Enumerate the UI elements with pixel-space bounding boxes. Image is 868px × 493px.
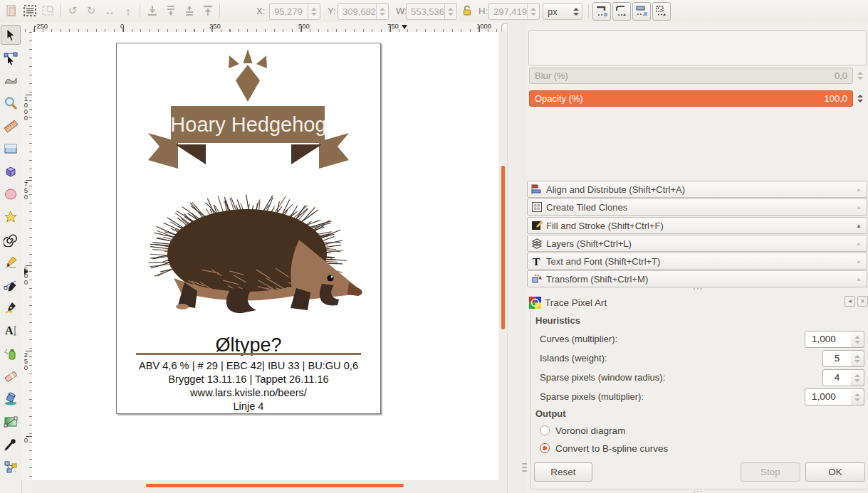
tool-spiral[interactable]: [1, 230, 21, 250]
tool-selector[interactable]: [1, 25, 21, 45]
tool-spray[interactable]: [1, 344, 21, 364]
raise-one-step-button[interactable]: [181, 2, 198, 19]
islands-weight-spin[interactable]: [851, 350, 864, 367]
opacity-slider[interactable]: Opacity (%) 100,0: [529, 90, 853, 107]
tool-star[interactable]: [1, 207, 21, 227]
website-text[interactable]: www.lars.kvisle.no/beers/: [117, 386, 380, 400]
h-spin-buttons[interactable]: [527, 4, 539, 19]
sparse-multiplier-input[interactable]: 1,000: [805, 388, 852, 405]
tool-zoom[interactable]: [1, 93, 21, 113]
tool-bezier-pen[interactable]: [1, 275, 21, 295]
beer-label-artwork[interactable]: [117, 43, 380, 413]
tool-rectangle[interactable]: [1, 139, 21, 159]
bspline-radio[interactable]: [540, 443, 550, 453]
blur-spin-buttons[interactable]: [855, 68, 865, 84]
vertical-ruler[interactable]: 1000 750 500 250 0: [21, 32, 33, 480]
panel-tab-align-distribute[interactable]: Align and Distribute (Shift+Ctrl+A): [527, 181, 867, 198]
blur-slider[interactable]: Blur (%) 0,0: [529, 68, 853, 84]
h-ruler-tick-label: 250: [209, 22, 221, 30]
sparse-multiplier-spin[interactable]: [851, 388, 864, 405]
tool-3d-box[interactable]: [1, 161, 21, 181]
hedgehog-illustration[interactable]: [149, 194, 362, 313]
lower-to-bottom-button[interactable]: [144, 2, 161, 19]
curves-multiplier-spin[interactable]: [851, 331, 864, 348]
document-page[interactable]: Hoary Hedgehog Øltype? ABV 4,6 % | # 29 …: [116, 43, 381, 414]
lock-ratio-button[interactable]: [460, 2, 474, 19]
stop-button[interactable]: Stop: [741, 462, 800, 482]
horizontal-scrollbar[interactable]: [32, 480, 507, 493]
panel-tab-transform[interactable]: Transform (Shift+Ctrl+M): [527, 270, 867, 287]
label-title-text[interactable]: Hoary Hedgehog: [117, 106, 380, 143]
y-spin-buttons[interactable]: [376, 4, 388, 19]
tool-gradient[interactable]: [1, 412, 21, 432]
y-field[interactable]: 309,682: [338, 3, 389, 20]
ok-button[interactable]: OK: [805, 462, 865, 482]
vertical-scrollbar[interactable]: [498, 32, 507, 480]
curves-multiplier-label: Curves (multiplier):: [540, 331, 617, 348]
opacity-spin-buttons[interactable]: [855, 90, 865, 107]
lower-one-step-button[interactable]: [162, 2, 179, 19]
horizontal-ruler[interactable]: -250 0 250 500 750 1000: [21, 22, 507, 33]
move-patterns-toggle[interactable]: [652, 2, 671, 21]
collapse-arrow-icon: [856, 240, 862, 247]
tool-pencil[interactable]: [1, 253, 21, 272]
scale-corners-toggle[interactable]: [612, 2, 631, 21]
horizontal-scrollbar-thumb[interactable]: [146, 484, 404, 487]
tool-text[interactable]: A: [1, 321, 21, 341]
crown-ornament[interactable]: [229, 49, 267, 102]
tool-dropper[interactable]: [1, 435, 21, 455]
h-field[interactable]: 297,419: [488, 3, 540, 20]
w-field[interactable]: 553,536: [406, 3, 457, 20]
tool-ellipse[interactable]: [1, 184, 21, 204]
deselect-button[interactable]: [40, 2, 57, 19]
x-spin-buttons[interactable]: [308, 4, 320, 19]
tool-paint-bucket[interactable]: [1, 389, 21, 409]
sparse-window-input[interactable]: 4: [822, 369, 852, 386]
panel-tab-layers[interactable]: Layers (Shift+Ctrl+L): [527, 235, 867, 252]
tool-eraser[interactable]: [1, 366, 21, 386]
rotate-cw-icon: ↻: [87, 4, 96, 17]
unit-select[interactable]: px: [543, 3, 582, 20]
islands-weight-label: Islands (weight):: [540, 350, 607, 367]
trace-pixel-art-header[interactable]: Trace Pixel Art: [527, 294, 868, 311]
voronoi-radio[interactable]: [540, 425, 550, 435]
rotate-ccw-button[interactable]: ↺: [64, 2, 81, 19]
toolbar-separator: [588, 4, 589, 18]
move-gradients-toggle[interactable]: [632, 2, 651, 21]
output-header: Output: [535, 408, 566, 419]
flip-vertical-button[interactable]: ↕: [120, 2, 137, 19]
raise-to-top-button[interactable]: [199, 2, 216, 19]
x-field[interactable]: 95,279: [269, 3, 320, 20]
divider-rule[interactable]: [136, 353, 361, 355]
brew-dates-text[interactable]: Brygget 13.11.16 | Tappet 26.11.16: [117, 373, 380, 386]
tool-connector[interactable]: [1, 457, 21, 477]
heuristics-header: Heuristics: [535, 315, 580, 326]
flip-horizontal-button[interactable]: ↔: [101, 2, 118, 19]
beer-stats-text[interactable]: ABV 4,6 % | # 29 | EBC 42| IBU 33 | BU:G…: [117, 359, 380, 373]
rotate-cw-button[interactable]: ↻: [83, 2, 100, 19]
panel-tab-tiled-clones[interactable]: Create Tiled Clones: [527, 198, 867, 216]
panel-tab-fill-stroke[interactable]: Fill and Stroke (Shift+Ctrl+F): [527, 217, 867, 234]
paint-bucket-icon: [4, 392, 18, 406]
reset-button[interactable]: Reset: [534, 462, 592, 482]
dock-collapse-button[interactable]: ◄: [845, 296, 855, 307]
panel-tab-text-font[interactable]: T Text and Font (Shift+Ctrl+T): [527, 253, 867, 270]
w-spin-buttons[interactable]: [444, 4, 456, 19]
tool-calligraphy[interactable]: [1, 298, 21, 318]
collapse-arrow-icon: [856, 186, 862, 193]
select-all-button[interactable]: [21, 2, 38, 19]
paste-button[interactable]: [3, 2, 20, 19]
tool-measure[interactable]: [1, 116, 21, 136]
scale-stroke-toggle[interactable]: [592, 2, 611, 21]
vertical-scrollbar-thumb[interactable]: [501, 166, 505, 329]
dock-close-button[interactable]: ×: [857, 296, 868, 307]
curves-multiplier-input[interactable]: 1,000: [805, 331, 852, 348]
islands-weight-input[interactable]: 5: [822, 350, 852, 367]
drawing-canvas[interactable]: Hoary Hedgehog Øltype? ABV 4,6 % | # 29 …: [32, 32, 498, 480]
dock-splitter[interactable]: [507, 22, 528, 493]
cursor-position-marker: [402, 25, 407, 29]
tool-tweak[interactable]: [1, 70, 21, 90]
sparse-window-spin[interactable]: [851, 369, 864, 386]
line4-text[interactable]: Linje 4: [117, 400, 380, 413]
tool-node-editor[interactable]: [1, 48, 21, 68]
